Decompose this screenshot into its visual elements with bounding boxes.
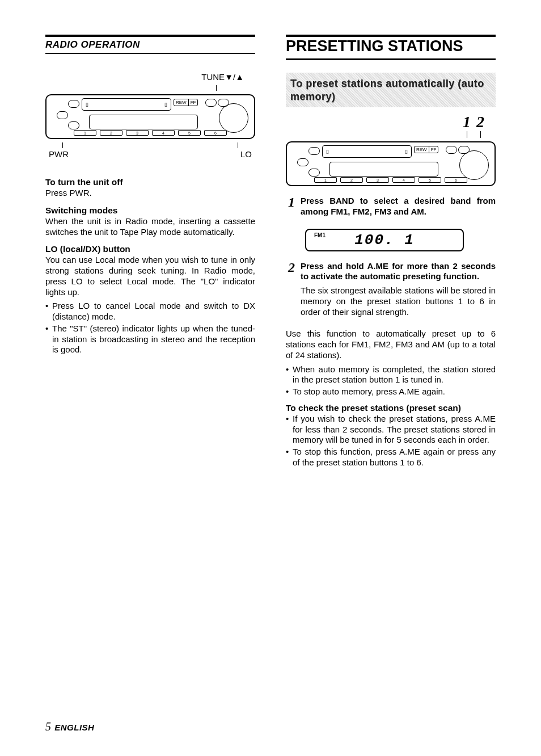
scan-button-icon-2 (308, 147, 320, 155)
lcd-display-icon (89, 115, 198, 129)
lo-label: LO (240, 149, 252, 159)
fm-display-illustration: FM1 100. 1 (305, 229, 464, 251)
rew-label: REW (174, 99, 189, 106)
after-bullet-1: To stop auto memory, press A.ME again. (286, 387, 496, 397)
step-2-lead: Press and hold A.ME for more than 2 seco… (301, 261, 496, 283)
ff-label-2: FF (429, 146, 438, 153)
scan-button-icon (68, 100, 79, 108)
left-block-1: Switching modes When the unit is in Radi… (45, 205, 255, 238)
radio-faceplate-illustration-1: ▯▯ REW FF 123456 (45, 94, 255, 139)
check-bullet-0: If you wish to check the preset stations… (286, 414, 496, 446)
callout-1: 1 (463, 113, 471, 131)
lcd-display-icon-2 (329, 162, 438, 177)
sel-button-icon-2 (297, 158, 308, 166)
tune-callout-row: TUNE▼/▲ (49, 72, 252, 85)
left-block-0: To turn the unit off Press PWR. (45, 177, 255, 199)
rule-top-right (286, 35, 496, 37)
tape-button-icon (205, 99, 217, 107)
manual-page: RADIO OPERATION TUNE▼/▲ ▯▯ REW FF 123456 (0, 0, 541, 481)
step-2: 2 Press and hold A.ME for more than 2 se… (286, 261, 496, 321)
callout-2: 2 (476, 113, 484, 131)
eq-button-icon-2 (308, 169, 320, 177)
rew-ff-icon: REW FF (174, 99, 198, 106)
para-turn-off: Press PWR. (45, 188, 255, 199)
ff-label: FF (189, 99, 198, 106)
tune-tick (45, 85, 255, 91)
rule-under-right-title (286, 58, 496, 60)
bullet-st-indicator: The "ST" (stereo) indicator lights up wh… (45, 324, 255, 355)
fm-band-label: FM1 (314, 232, 326, 238)
pwr-lo-callouts: PWR LO (49, 149, 252, 159)
rew-ff-icon-2: REW FF (414, 146, 438, 153)
left-block-2: LO (local/DX) button You can use Local m… (45, 244, 255, 355)
auto-memory-subheading: To preset stations automatically (auto m… (286, 73, 496, 107)
after-steps-para: Use this function to automatically prese… (286, 329, 496, 360)
step-1: 1 Press BAND to select a desired band fr… (286, 195, 496, 221)
tape-button-icon-2 (446, 146, 457, 154)
step-1-lead: Press BAND to select a desired band from… (301, 196, 496, 217)
right-section-title: PRESETTING STATIONS (286, 37, 496, 55)
tune-dial-icon-2 (459, 150, 489, 180)
para-switching-modes: When the unit is in Radio mode, insertin… (45, 216, 255, 238)
radio-faceplate-illustration-2: ▯▯ REW FF 123456 (286, 141, 496, 186)
page-number: 5 (45, 720, 51, 733)
tune-label: TUNE▼/▲ (49, 72, 252, 82)
left-column: RADIO OPERATION TUNE▼/▲ ▯▯ REW FF 123456 (45, 31, 255, 469)
page-footer: 5 ENGLISH (45, 720, 94, 733)
heading-switching-modes: Switching modes (45, 205, 255, 216)
rule-under-left-title (45, 53, 255, 54)
sel-button-icon (57, 111, 68, 119)
pwr-label: PWR (49, 149, 69, 159)
para-lo-button: You can use Local mode when you wish to … (45, 255, 255, 297)
check-heading: To check the preset stations (preset sca… (286, 403, 496, 413)
pwr-lo-ticks (45, 142, 255, 148)
tune-dial-icon (219, 103, 248, 133)
preset-buttons-icon-2: 123456 (314, 177, 467, 183)
heading-lo-button: LO (local/DX) button (45, 244, 255, 254)
callout-numbers: 1 2 (286, 113, 496, 138)
step-2-number: 2 (286, 261, 295, 321)
cassette-slot-icon: ▯▯ (82, 98, 171, 111)
after-bullet-0: When auto memory is completed, the stati… (286, 364, 496, 386)
page-language: ENGLISH (54, 723, 94, 732)
step-2-para: The six strongest available stations wil… (301, 285, 496, 317)
fm-freq-value: 100. 1 (354, 232, 415, 249)
heading-turn-off: To turn the unit off (45, 177, 255, 187)
bullet-lo-cancel: Press LO to cancel Local mode and switch… (45, 301, 255, 322)
cassette-slot-icon-2: ▯▯ (322, 145, 412, 158)
left-section-title: RADIO OPERATION (45, 39, 255, 51)
check-bullet-1: To stop this function, press A.ME again … (286, 447, 496, 468)
eq-button-icon (68, 121, 79, 129)
right-column: PRESETTING STATIONS To preset stations a… (286, 31, 496, 469)
preset-buttons-icon: 123456 (74, 130, 227, 136)
rew-label-2: REW (415, 146, 429, 153)
rule-top-left (45, 35, 255, 37)
step-1-number: 1 (286, 195, 295, 221)
